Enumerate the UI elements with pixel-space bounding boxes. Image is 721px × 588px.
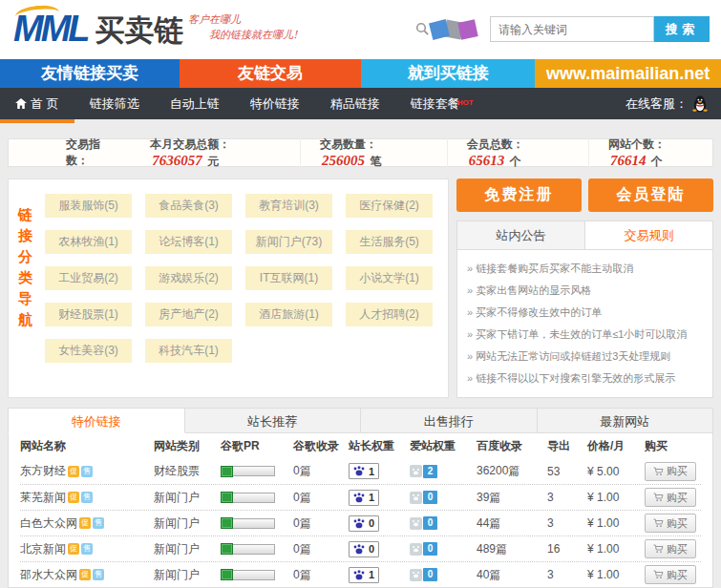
category-button[interactable]: 游戏娱乐(2) (145, 266, 232, 290)
category-button[interactable]: 酒店旅游(1) (245, 303, 332, 326)
baidu-included: 489篇 (477, 541, 547, 557)
listing-tab[interactable]: 站长推荐 (185, 408, 362, 433)
notice-tab[interactable]: 交易规则 (585, 221, 712, 249)
rule-item: 链接不得以以下对搜索引擎无效的形式展示 (467, 368, 703, 389)
main-nav: 首 页链接筛选自动上链特价链接精品链接链接套餐HOT在线客服： (0, 88, 721, 119)
site-name-cell[interactable]: 白色大众网 促 售 (20, 515, 154, 532)
pr-bar (233, 544, 275, 555)
stat-item: 本月交易总额：7636057 元 (131, 136, 283, 170)
baidu-included: 36200篇 (477, 463, 547, 479)
category-grid: 服装服饰(5)食品美食(3)教育培训(3)医疗保健(2)农林牧渔(1)论坛博客(… (35, 179, 448, 397)
stats-title: 交易指数： (9, 136, 114, 169)
paw-icon (353, 544, 365, 555)
column-header: 网站名称 (20, 438, 154, 454)
account-buttons: 免费注册 会员登陆 (456, 178, 713, 212)
listing-tab[interactable]: 特价链接 (8, 408, 185, 433)
aizhan-icon (410, 543, 422, 556)
category-button[interactable]: 教育培训(3) (245, 194, 332, 218)
main-content: 链接分类导航 服装服饰(5)食品美食(3)教育培训(3)医疗保健(2)农林牧渔(… (8, 178, 713, 398)
find-link-badges (434, 21, 477, 38)
category-button[interactable]: 小说文学(1) (346, 266, 433, 290)
side-label-char: 链 (18, 204, 35, 225)
column-header: 百度收录 (477, 438, 547, 454)
site-name-cell[interactable]: 东方财经 促 售 (20, 463, 154, 479)
promo-banner: 友情链接买卖友链交易就到买链接www.maimailian.net (0, 59, 721, 88)
search-input[interactable] (490, 16, 654, 42)
aizhan-weight: 2 (410, 465, 477, 478)
cart-icon (653, 544, 664, 554)
site-category: 新闻门户 (154, 541, 221, 557)
category-button[interactable]: 医疗保健(2) (346, 194, 433, 218)
buy-button[interactable]: 购买 (645, 514, 696, 533)
notice-tabs: 站内公告交易规则 (457, 221, 712, 250)
pr-fill (221, 569, 233, 580)
outlink-count: 53 (547, 465, 587, 478)
category-button[interactable]: 食品美食(3) (145, 194, 232, 218)
search-button[interactable]: 搜索 (654, 16, 710, 42)
buy-button[interactable]: 购买 (645, 462, 696, 481)
nav-item[interactable]: 自动上链 (155, 88, 235, 119)
outlink-count: 16 (547, 542, 587, 556)
aizhan-weight: 0 (410, 542, 477, 556)
listing-tab[interactable]: 出售排行 (361, 408, 538, 433)
column-header: 爱站权重 (410, 438, 477, 454)
qq-penguin-icon (692, 95, 708, 113)
category-button[interactable]: 新闻门户(73) (245, 230, 332, 254)
price-per-month: ¥ 1.00 (587, 568, 645, 581)
buy-button[interactable]: 购买 (645, 565, 696, 584)
category-panel: 链接分类导航 服装服饰(5)食品美食(3)教育培训(3)医疗保健(2)农林牧渔(… (8, 178, 449, 398)
rule-item: 链接套餐购买后买家不能主动取消 (467, 258, 703, 280)
baidu-included: 39篇 (477, 490, 547, 506)
stats-bar: 交易指数： 本月交易总额：7636057 元 交易数量：256005 笔 会员总… (8, 138, 713, 167)
banner-segment: 友情链接买卖 (0, 59, 180, 88)
sale-badge-icon: 售 (81, 492, 93, 503)
login-button[interactable]: 会员登陆 (588, 178, 713, 212)
site-name-cell[interactable]: 莱芜新闻 促 售 (20, 490, 154, 506)
hot-badge: HOT (457, 87, 474, 118)
register-button[interactable]: 免费注册 (456, 178, 582, 212)
rule-item: 买家下错订单，未生效的订单≤1小时可以取消 (467, 324, 703, 346)
category-button[interactable]: 生活服务(5) (346, 230, 433, 254)
zhanzhang-weight: 1 (349, 463, 410, 479)
logo[interactable]: MML 买卖链 (13, 10, 184, 48)
column-header: 谷歌PR (221, 438, 293, 454)
category-button[interactable]: 人才招聘(2) (346, 303, 433, 326)
site-header: MML 买卖链 客户在哪儿 我的链接就在哪儿! 搜索 (0, 0, 721, 59)
nav-item[interactable]: 链接套餐HOT (395, 88, 476, 119)
promo-badge-icon: 促 (79, 569, 91, 580)
search-bar: 搜索 (415, 16, 710, 42)
table-row: 邵水大众网 促 售 新闻门户 0篇 1 0 (20, 561, 701, 587)
nav-item[interactable]: 首 页 (0, 88, 74, 119)
outlink-count: 3 (547, 516, 587, 530)
online-service-label: 在线客服： (626, 95, 688, 113)
nav-item[interactable]: 精品链接 (315, 88, 395, 119)
nav-item[interactable]: 特价链接 (235, 88, 315, 119)
nav-item[interactable]: 链接筛选 (74, 88, 155, 119)
pr-fill (221, 517, 233, 529)
table-row: 莱芜新闻 促 售 新闻门户 0篇 1 0 (20, 484, 701, 510)
category-button[interactable]: 房产地产(2) (145, 303, 232, 326)
notice-tab[interactable]: 站内公告 (457, 221, 585, 249)
column-header: 购买 (645, 438, 701, 454)
banner-segment: 就到买链接 (361, 59, 535, 88)
category-button[interactable]: 女性美容(3) (45, 339, 132, 363)
rule-item: 买家不得修改生效中的订单 (467, 302, 703, 324)
online-service[interactable]: 在线客服： (626, 88, 721, 119)
category-button[interactable]: 服装服饰(5) (45, 194, 132, 218)
category-button[interactable]: 论坛博客(1) (145, 230, 232, 254)
category-button[interactable]: 农林牧渔(1) (45, 230, 132, 254)
category-button[interactable]: 科技汽车(1) (145, 339, 232, 363)
pr-bar (233, 466, 275, 476)
zhanzhang-weight: 0 (349, 515, 410, 532)
listing-tab[interactable]: 最新网站 (538, 408, 714, 433)
site-category: 新闻门户 (154, 490, 221, 506)
buy-button[interactable]: 购买 (645, 488, 696, 507)
category-button[interactable]: 工业贸易(2) (45, 266, 132, 290)
site-name-cell[interactable]: 邵水大众网 促 售 (20, 567, 154, 583)
buy-button[interactable]: 购买 (645, 539, 696, 558)
category-side-label: 链接分类导航 (9, 179, 35, 397)
column-header: 网站类别 (154, 438, 221, 454)
site-name-cell[interactable]: 北京新闻 促 售 (20, 541, 154, 557)
category-button[interactable]: 财经股票(1) (45, 303, 132, 326)
category-button[interactable]: IT互联网(1) (245, 266, 332, 290)
